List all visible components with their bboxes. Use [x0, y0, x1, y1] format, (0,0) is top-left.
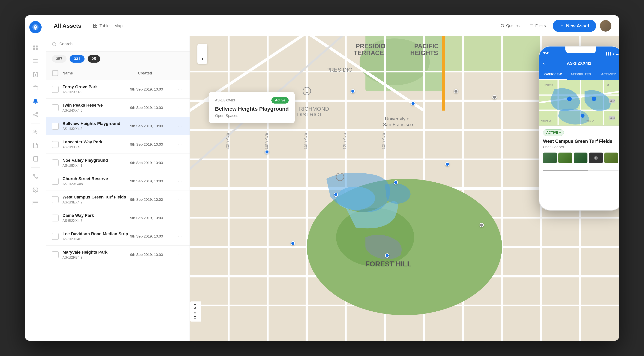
- select-all-checkbox[interactable]: [52, 70, 59, 77]
- row-checkbox[interactable]: [52, 86, 59, 93]
- row-checkbox[interactable]: [52, 141, 59, 148]
- map-marker[interactable]: [454, 89, 458, 93]
- row-checkbox[interactable]: [52, 233, 59, 240]
- map-marker[interactable]: [411, 101, 415, 105]
- row-menu[interactable]: ···: [176, 124, 184, 129]
- photo-thumb-5[interactable]: [604, 153, 618, 163]
- map-marker[interactable]: [334, 192, 338, 197]
- tab-attributes[interactable]: ATTRIBUTES: [567, 70, 595, 80]
- tab-activity[interactable]: ACTIVITY: [594, 70, 619, 80]
- row-checkbox[interactable]: [52, 178, 59, 185]
- svg-text:PRESIDIO: PRESIDIO: [326, 67, 352, 73]
- view-mode-label: Table + Map: [100, 23, 122, 28]
- counter-blue[interactable]: 331: [70, 55, 84, 63]
- table-row[interactable]: Church Street Reserve AS-1I2XG4I8 9th Se…: [46, 172, 190, 190]
- svg-text:San Francisco: San Francisco: [383, 122, 413, 127]
- row-checkbox[interactable]: [52, 123, 59, 130]
- photo-thumb-2[interactable]: [558, 153, 572, 163]
- table-row[interactable]: West Campus Green Turf Fields AS-1I3EX4I…: [46, 190, 190, 209]
- row-menu[interactable]: ···: [176, 160, 184, 165]
- table-row[interactable]: Lancaster Way Park AS-1I9XX4I3 9th Sep 2…: [46, 135, 190, 154]
- sidebar-item-git[interactable]: [28, 170, 43, 183]
- sidebar-item-list[interactable]: [28, 54, 43, 68]
- row-id: AS-1I2XX4I9: [62, 90, 130, 94]
- row-menu[interactable]: ···: [176, 197, 184, 202]
- row-menu[interactable]: ···: [176, 234, 184, 239]
- sidebar-item-document[interactable]: [28, 139, 43, 152]
- table-row[interactable]: Twin Peaks Reserve AS-1I4XX4I8 9th Sep 2…: [46, 99, 190, 117]
- row-created: 9th Sep 2019, 10:00: [130, 124, 176, 128]
- map-marker[interactable]: [385, 253, 389, 258]
- zoom-in-button[interactable]: +: [198, 54, 208, 64]
- search-icon: [52, 42, 56, 46]
- popup-title: Bellview Heights Playground: [215, 106, 289, 112]
- row-created: 9th Sep 2019, 10:00: [130, 197, 176, 202]
- phone-asset-sub: Open Spaces: [543, 145, 618, 149]
- new-asset-button[interactable]: New Asset: [553, 20, 596, 32]
- row-checkbox[interactable]: [52, 214, 59, 221]
- row-menu[interactable]: ···: [176, 252, 184, 257]
- table-row[interactable]: Noe Valley Playground AS-1I8XX4I1 9th Se…: [46, 154, 190, 172]
- photo-thumb-1[interactable]: [543, 153, 557, 163]
- map-area[interactable]: PACIFIC HEIGHTS PRESIDIO TERRACE PRESIDI…: [190, 36, 619, 341]
- row-menu[interactable]: ···: [176, 105, 184, 110]
- svg-point-20: [35, 189, 36, 190]
- counter-dark[interactable]: 25: [88, 55, 100, 63]
- search-input[interactable]: [59, 41, 184, 46]
- map-marker[interactable]: [265, 150, 269, 154]
- row-menu[interactable]: ···: [176, 215, 184, 220]
- svg-text:Arbalho Dr: Arbalho Dr: [541, 120, 551, 122]
- svg-point-13: [33, 114, 35, 115]
- sidebar-item-book[interactable]: [28, 152, 43, 166]
- sidebar-item-share[interactable]: [28, 108, 43, 121]
- view-mode[interactable]: Table + Map: [93, 23, 122, 28]
- sidebar-item-users[interactable]: [28, 125, 43, 139]
- table-row[interactable]: Lee Davidson Road Median Strip AS-1I2JH4…: [46, 227, 190, 246]
- phone-status-badge[interactable]: ACTIVE ▾: [543, 129, 564, 136]
- phone-menu-button[interactable]: ⋮: [614, 60, 618, 66]
- row-created: 9th Sep 2019, 10:00: [130, 142, 176, 147]
- map-marker[interactable]: [394, 180, 398, 184]
- table-row[interactable]: Dame Way Park AS-5I2XX4I8 9th Sep 2019, …: [46, 209, 190, 227]
- row-name-text: Bellview Heights Playground: [62, 121, 130, 126]
- table-row[interactable]: Bellview Heights Playground AS-1I3XX4I3 …: [46, 117, 190, 135]
- photo-thumb-3[interactable]: [574, 153, 588, 163]
- popup-id: AS-1I3XX4I3: [215, 98, 235, 102]
- row-checkbox[interactable]: [52, 104, 59, 111]
- map-marker[interactable]: [351, 89, 355, 93]
- back-button[interactable]: ‹: [543, 60, 545, 66]
- zoom-out-button[interactable]: −: [198, 44, 208, 54]
- map-marker[interactable]: [291, 241, 295, 245]
- tab-overview[interactable]: OVERVIEW: [539, 70, 567, 80]
- filters-button[interactable]: Filters: [526, 22, 549, 29]
- row-checkbox[interactable]: [52, 196, 59, 203]
- app-logo[interactable]: [29, 21, 42, 33]
- video-thumb[interactable]: [589, 153, 603, 163]
- map-marker[interactable]: [492, 95, 496, 99]
- sidebar-item-assets[interactable]: [28, 95, 43, 108]
- svg-text:RICHMOND: RICHMOND: [299, 106, 329, 112]
- user-avatar[interactable]: [600, 20, 612, 32]
- table-row[interactable]: Maryvale Heights Park AS-1I2PB4I9 9th Se…: [46, 246, 190, 264]
- table-row[interactable]: Ferny Grove Park AS-1I2XX4I9 9th Sep 201…: [46, 80, 190, 99]
- queries-button[interactable]: Queries: [498, 22, 523, 29]
- row-menu[interactable]: ···: [176, 142, 184, 147]
- content-area: 357 331 25 Name Created: [46, 36, 619, 341]
- row-menu[interactable]: ···: [176, 179, 184, 184]
- row-checkbox[interactable]: [52, 251, 59, 258]
- sidebar-item-clipboard[interactable]: [28, 68, 43, 81]
- svg-point-18: [36, 177, 38, 178]
- sidebar-item-dashboard[interactable]: [28, 41, 43, 54]
- phone-map-area: Pont Blvd Tazi UPS F UPS E: [539, 80, 619, 126]
- sidebar-item-briefcase[interactable]: [28, 81, 43, 95]
- row-checkbox[interactable]: [52, 160, 59, 166]
- row-menu[interactable]: ···: [176, 87, 184, 92]
- map-marker[interactable]: [480, 223, 484, 227]
- sidebar-item-creditcard[interactable]: [28, 196, 43, 210]
- sidebar-item-settings[interactable]: [28, 183, 43, 196]
- row-created: 9th Sep 2019, 10:00: [130, 161, 176, 165]
- svg-text:12th Ave: 12th Ave: [342, 133, 347, 150]
- map-marker[interactable]: [445, 162, 450, 166]
- topbar-actions: Queries Filters New Asset: [498, 20, 612, 32]
- row-created: 9th Sep 2019, 10:00: [130, 234, 176, 238]
